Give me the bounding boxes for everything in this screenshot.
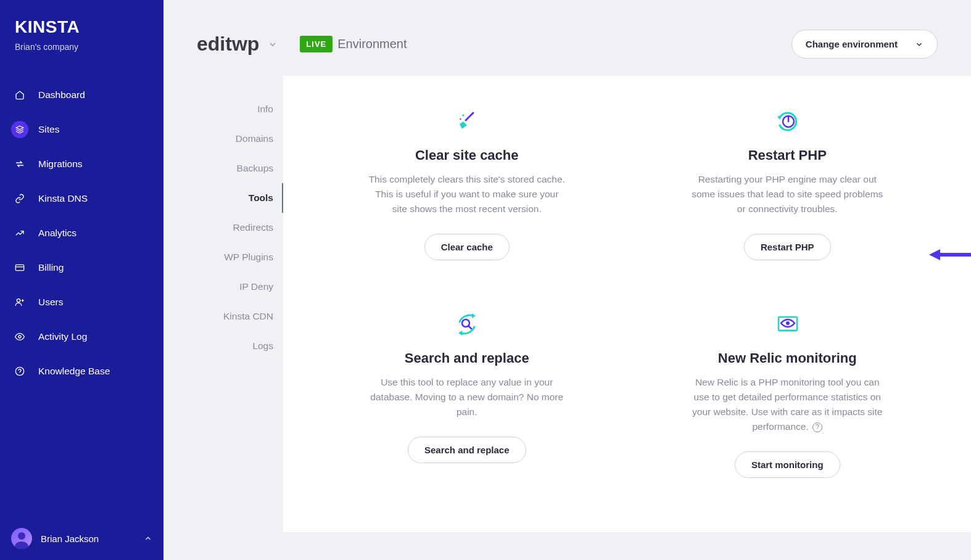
card-clear-cache: Clear site cache This completely clears … bbox=[325, 107, 609, 260]
site-name: editwp bbox=[197, 33, 259, 56]
monitor-eye-icon bbox=[646, 310, 930, 339]
sidebar-item-label: Sites bbox=[38, 124, 59, 135]
svg-marker-16 bbox=[472, 313, 476, 318]
svg-marker-0 bbox=[16, 126, 23, 130]
change-environment-button[interactable]: Change environment bbox=[791, 30, 938, 59]
svg-point-7 bbox=[15, 367, 23, 375]
card-title: Search and replace bbox=[325, 350, 609, 366]
card-title: New Relic monitoring bbox=[646, 350, 930, 366]
change-environment-label: Change environment bbox=[806, 39, 898, 49]
subnav-logs[interactable]: Logs bbox=[197, 331, 283, 361]
subnav-info[interactable]: Info bbox=[197, 94, 283, 124]
live-badge: LIVE bbox=[300, 36, 333, 52]
sidebar-item-activity[interactable]: Activity Log bbox=[0, 319, 163, 354]
sidebar-item-label: Kinsta DNS bbox=[38, 193, 88, 204]
subnav-backups[interactable]: Backups bbox=[197, 154, 283, 183]
card-desc: Use this tool to replace any value in yo… bbox=[368, 375, 566, 419]
user-plus-icon bbox=[11, 294, 28, 311]
chart-icon bbox=[11, 224, 28, 242]
card-restart-php: Restart PHP Restarting your PHP engine m… bbox=[646, 107, 930, 260]
clear-cache-button[interactable]: Clear cache bbox=[424, 234, 510, 260]
subnav-tools[interactable]: Tools bbox=[197, 183, 283, 213]
subnav-ipdeny[interactable]: IP Deny bbox=[197, 272, 283, 302]
start-monitoring-button[interactable]: Start monitoring bbox=[735, 451, 840, 478]
svg-rect-1 bbox=[15, 265, 23, 270]
sidebar-item-billing[interactable]: Billing bbox=[0, 250, 163, 285]
avatar bbox=[11, 528, 32, 549]
card-new-relic: New Relic monitoring New Relic is a PHP … bbox=[646, 310, 930, 478]
sidebar-item-label: Analytics bbox=[38, 228, 76, 239]
sidebar-item-analytics[interactable]: Analytics bbox=[0, 216, 163, 250]
sidebar-item-label: Billing bbox=[38, 262, 64, 273]
card-desc: This completely clears this site's store… bbox=[368, 172, 566, 216]
sidebar-item-dashboard[interactable]: Dashboard bbox=[0, 78, 163, 112]
card-search-replace: Search and replace Use this tool to repl… bbox=[325, 310, 609, 478]
card-desc: Restarting your PHP engine may clear out… bbox=[688, 172, 886, 216]
svg-point-9 bbox=[18, 532, 25, 540]
svg-point-6 bbox=[19, 336, 21, 338]
svg-marker-15 bbox=[929, 249, 940, 260]
sidebar-item-migrations[interactable]: Migrations bbox=[0, 147, 163, 181]
sidebar-item-label: Activity Log bbox=[38, 331, 87, 342]
main: editwp LIVE Environment Change environme… bbox=[163, 0, 971, 532]
card-title: Clear site cache bbox=[325, 147, 609, 163]
help-icon bbox=[11, 363, 28, 380]
brand-logo: KINSTA bbox=[0, 0, 163, 42]
sidebar-item-label: Knowledge Base bbox=[38, 366, 110, 377]
subnav-cdn[interactable]: Kinsta CDN bbox=[197, 302, 283, 331]
sidebar-item-label: Migrations bbox=[38, 159, 83, 170]
help-icon[interactable]: ? bbox=[812, 422, 822, 432]
subnav-domains[interactable]: Domains bbox=[197, 124, 283, 154]
sidebar-item-sites[interactable]: Sites bbox=[0, 112, 163, 147]
content-row: Info Domains Backups Tools Redirects WP … bbox=[163, 76, 971, 532]
link-icon bbox=[11, 190, 28, 207]
svg-point-3 bbox=[17, 299, 20, 302]
search-replace-icon bbox=[325, 310, 609, 339]
subnav-redirects[interactable]: Redirects bbox=[197, 213, 283, 242]
svg-line-19 bbox=[468, 326, 471, 329]
chevron-down-icon bbox=[915, 40, 923, 49]
restart-icon bbox=[646, 107, 930, 136]
svg-point-22 bbox=[786, 321, 790, 325]
restart-php-button[interactable]: Restart PHP bbox=[744, 234, 831, 260]
user-footer[interactable]: Brian Jackson bbox=[0, 517, 163, 560]
broom-icon bbox=[325, 107, 609, 136]
layers-icon bbox=[11, 121, 28, 138]
environment-label: Environment bbox=[337, 37, 407, 51]
chevron-down-icon[interactable] bbox=[268, 39, 278, 49]
svg-marker-17 bbox=[458, 331, 462, 336]
swap-icon bbox=[11, 155, 28, 173]
credit-card-icon bbox=[11, 259, 28, 276]
sidebar-item-label: Dashboard bbox=[38, 89, 85, 101]
sidebar-item-users[interactable]: Users bbox=[0, 285, 163, 319]
user-name-label: Brian Jackson bbox=[41, 533, 144, 544]
sidebar: KINSTA Brian's company Dashboard Sites M… bbox=[0, 0, 163, 560]
home-icon bbox=[11, 86, 28, 104]
sub-nav: Info Domains Backups Tools Redirects WP … bbox=[197, 76, 283, 532]
card-desc: New Relic is a PHP monitoring tool you c… bbox=[688, 375, 886, 434]
card-title: Restart PHP bbox=[646, 147, 930, 163]
sidebar-nav: Dashboard Sites Migrations Kinsta DNS An… bbox=[0, 78, 163, 517]
search-replace-button[interactable]: Search and replace bbox=[408, 437, 526, 463]
chevron-up-icon bbox=[144, 534, 152, 543]
topbar: editwp LIVE Environment Change environme… bbox=[163, 0, 971, 76]
company-name: Brian's company bbox=[0, 42, 163, 67]
arrow-annotation bbox=[929, 245, 971, 264]
svg-point-10 bbox=[15, 541, 28, 549]
tool-cards: Clear site cache This completely clears … bbox=[325, 107, 929, 478]
eye-icon bbox=[11, 328, 28, 345]
sidebar-item-dns[interactable]: Kinsta DNS bbox=[0, 181, 163, 216]
sidebar-item-kb[interactable]: Knowledge Base bbox=[0, 354, 163, 389]
tools-panel: Clear site cache This completely clears … bbox=[283, 76, 971, 532]
subnav-wpplugins[interactable]: WP Plugins bbox=[197, 242, 283, 272]
sidebar-item-label: Users bbox=[38, 297, 63, 308]
